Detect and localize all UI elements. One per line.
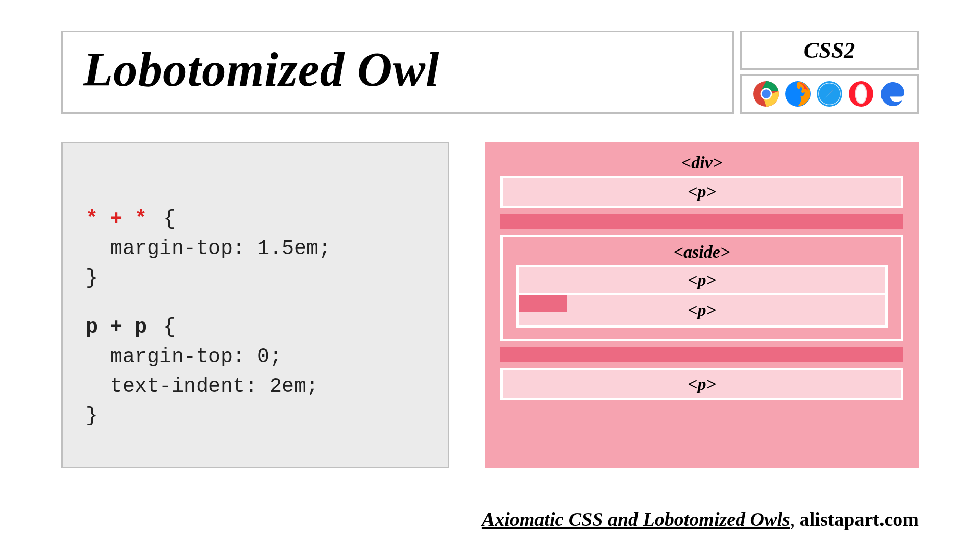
- diagram-p-label: <p>: [688, 182, 716, 201]
- content-row: * + * { margin-top: 1.5em; } p + p { mar…: [61, 142, 919, 468]
- code-rule-2: p + p { margin-top: 0; text-indent: 2em;…: [86, 313, 425, 431]
- diagram-p-box-2: <p>: [500, 368, 903, 400]
- footer-reference: Axiomatic CSS and Lobotomized Owls, alis…: [482, 508, 919, 531]
- diagram-div-label: <div>: [500, 153, 903, 172]
- slide: Lobotomized Owl CSS2: [0, 0, 980, 551]
- code-brace-open-1: {: [163, 208, 176, 231]
- opera-icon: [848, 81, 874, 107]
- header-row: Lobotomized Owl CSS2: [61, 31, 919, 114]
- code-brace-close-2: }: [86, 405, 98, 428]
- reference-separator: ,: [790, 509, 800, 530]
- browser-support-box: [740, 74, 919, 114]
- svg-point-6: [819, 83, 840, 105]
- diagram-margin-spacer-1: [500, 214, 903, 229]
- code-line-2-2: text-indent: 2em;: [86, 372, 425, 402]
- safari-icon: [816, 81, 843, 107]
- layout-diagram: <div> <p> <aside> <p> <p> <p>: [485, 142, 919, 468]
- diagram-aside-p-1: <p>: [516, 265, 888, 295]
- slide-title: Lobotomized Owl: [83, 41, 712, 97]
- code-selector-2: p + p: [86, 316, 147, 339]
- chrome-icon: [753, 81, 779, 107]
- diagram-margin-spacer-2: [500, 347, 903, 362]
- diagram-p-box-1: <p>: [500, 176, 903, 208]
- diagram-p-label: <p>: [688, 374, 716, 393]
- diagram-aside-box: <aside> <p> <p>: [500, 235, 903, 341]
- meta-column: CSS2: [740, 31, 919, 114]
- css-version-box: CSS2: [740, 31, 919, 70]
- code-brace-open-2: {: [163, 316, 176, 339]
- reference-title: Axiomatic CSS and Lobotomized Owls: [482, 509, 790, 530]
- edge-icon: [879, 81, 906, 107]
- diagram-aside-label: <aside>: [516, 242, 888, 262]
- code-brace-close-1: }: [86, 267, 98, 290]
- code-example: * + * { margin-top: 1.5em; } p + p { mar…: [61, 142, 449, 468]
- diagram-p-label: <p>: [688, 270, 716, 289]
- css-version-label: CSS2: [804, 37, 855, 63]
- code-rule-1: * + * { margin-top: 1.5em; }: [86, 205, 425, 293]
- code-line-1-1: margin-top: 1.5em;: [86, 234, 425, 264]
- firefox-icon: [785, 81, 811, 107]
- code-line-2-1: margin-top: 0;: [86, 342, 425, 372]
- svg-point-2: [762, 89, 771, 98]
- code-selector-1: * + *: [86, 208, 147, 231]
- reference-source: alistapart.com: [800, 509, 919, 530]
- diagram-aside-p-2: <p>: [516, 295, 888, 328]
- svg-point-13: [857, 86, 865, 102]
- title-box: Lobotomized Owl: [61, 31, 734, 114]
- diagram-p-label: <p>: [519, 295, 885, 325]
